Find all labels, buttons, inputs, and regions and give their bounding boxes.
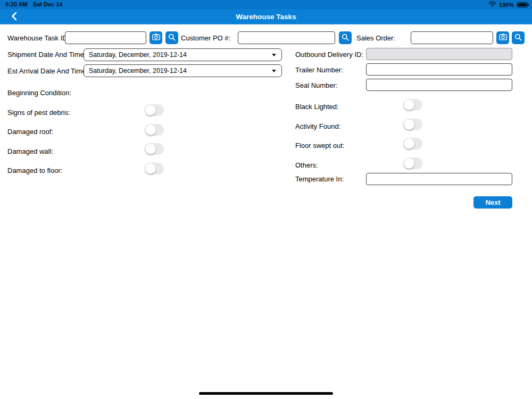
- customer-po-search-button[interactable]: [339, 31, 352, 44]
- chevron-down-icon: [272, 70, 276, 72]
- search-icon: [514, 34, 522, 43]
- trailer-number-input[interactable]: [366, 63, 512, 76]
- chevron-down-icon: [272, 54, 276, 56]
- warehouse-task-id-camera-button[interactable]: [149, 31, 162, 44]
- warehouse-tasks-screen: 9:20 AMSat Dec 14 100% Warehouse Tasks: [0, 0, 532, 399]
- battery-icon: [517, 2, 528, 7]
- damaged-to-floor-label: Damaged to floor:: [7, 167, 62, 174]
- home-indicator[interactable]: [199, 392, 333, 395]
- customer-po-input[interactable]: [238, 31, 335, 44]
- toggle-knob: [145, 105, 156, 115]
- black-lighted-label: Black Lighted:: [295, 103, 339, 111]
- toggle-knob: [404, 138, 414, 149]
- est-arrival-date-label: Est Arrival Date And Time:: [7, 67, 88, 75]
- damaged-wall-label: Damaged wall:: [7, 147, 53, 155]
- status-right: 100%: [488, 1, 528, 8]
- temperature-in-label: Temperature In:: [295, 175, 344, 183]
- damaged-wall-toggle[interactable]: [145, 143, 164, 155]
- customer-po-label: Customer PO #:: [181, 34, 230, 42]
- status-time: 9:20 AM: [5, 1, 28, 7]
- next-button[interactable]: Next: [473, 196, 512, 209]
- est-arrival-date-value: Saturday, December, 2019-12-14: [89, 67, 187, 74]
- warehouse-task-id-search-button[interactable]: [165, 31, 178, 44]
- toggle-knob: [145, 163, 156, 174]
- activity-found-toggle[interactable]: [403, 119, 422, 130]
- nav-bar: Warehouse Tasks: [0, 9, 532, 24]
- others-label: Others:: [295, 161, 318, 169]
- seal-number-input[interactable]: [366, 79, 512, 91]
- shipment-date-value: Saturday, December, 2019-12-14: [89, 51, 187, 59]
- toggle-knob: [145, 144, 156, 154]
- shipment-date-label: Shipment Date And Time:: [7, 51, 86, 59]
- status-bar: 9:20 AMSat Dec 14 100%: [0, 0, 532, 9]
- black-lighted-toggle[interactable]: [403, 99, 422, 111]
- outbound-delivery-id-input: [366, 48, 512, 60]
- trailer-number-label: Trailer Number:: [295, 66, 343, 74]
- shipment-date-select[interactable]: Saturday, December, 2019-12-14: [84, 48, 282, 61]
- search-icon: [342, 34, 349, 43]
- signs-of-pest-debris-label: Signs of pest debris:: [7, 109, 70, 117]
- toggle-knob: [404, 119, 414, 130]
- others-toggle[interactable]: [403, 157, 422, 169]
- signs-of-pest-debris-toggle[interactable]: [145, 104, 164, 116]
- sales-order-camera-button[interactable]: [496, 31, 509, 44]
- toggle-knob: [145, 124, 156, 135]
- damaged-roof-toggle[interactable]: [145, 124, 164, 136]
- est-arrival-date-select[interactable]: Saturday, December, 2019-12-14: [84, 64, 282, 77]
- damaged-to-floor-toggle[interactable]: [145, 163, 164, 174]
- sales-order-label: Sales Order:: [356, 34, 395, 42]
- toggle-knob: [404, 99, 414, 110]
- activity-found-label: Activity Found:: [295, 122, 340, 130]
- status-left: 9:20 AMSat Dec 14: [5, 1, 68, 8]
- damaged-roof-label: Damaged roof:: [7, 128, 53, 136]
- camera-icon: [499, 34, 507, 42]
- floor-swept-out-label: Floor swept out:: [295, 142, 345, 149]
- page-title: Warehouse Tasks: [0, 13, 532, 21]
- floor-swept-out-toggle[interactable]: [403, 138, 422, 149]
- status-date: Sat Dec 14: [33, 1, 63, 7]
- outbound-delivery-id-label: Outbound Delivery ID:: [295, 51, 363, 59]
- warehouse-task-id-label: Warehouse Task ID:: [7, 34, 69, 42]
- temperature-in-input[interactable]: [366, 173, 512, 185]
- search-icon: [168, 34, 176, 43]
- sales-order-input[interactable]: [411, 31, 493, 44]
- toggle-knob: [404, 158, 414, 169]
- sales-order-search-button[interactable]: [512, 31, 525, 44]
- battery-percent: 100%: [499, 2, 514, 8]
- camera-icon: [152, 34, 160, 42]
- wifi-icon: [488, 1, 496, 8]
- beginning-condition-label: Beginning Condition:: [7, 89, 71, 97]
- seal-number-label: Seal Number:: [295, 81, 337, 89]
- warehouse-task-id-input[interactable]: [65, 31, 146, 44]
